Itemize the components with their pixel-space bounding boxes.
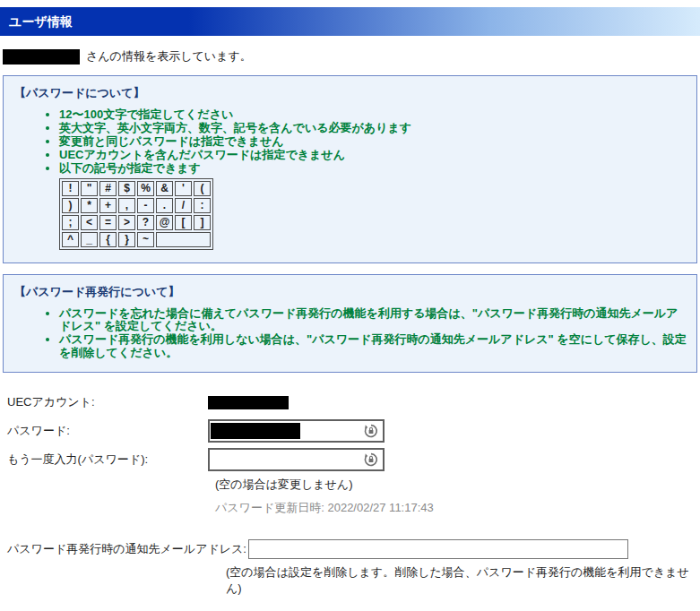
uec-account-row: UECアカウント:: [0, 394, 700, 410]
user-info-form: UECアカウント: パスワード: もう一度入力(パスワード):: [0, 394, 700, 611]
symbol-cell: {: [99, 232, 117, 247]
password-reissue-list: パスワードを忘れた場合に備えてパスワード再発行の機能を利用する場合は、"パスワー…: [13, 307, 687, 360]
redacted-password-value: [211, 423, 300, 439]
symbol-cell: =: [99, 215, 117, 230]
intro-text: さんの情報を表示しています。: [86, 48, 252, 65]
symbol-cell: %: [137, 181, 154, 196]
bullet-item: 英大文字、英小文字両方、数字、記号を含んでいる必要があります: [59, 122, 687, 135]
symbol-cell: /: [175, 198, 192, 213]
password-rules-list: 12〜100文字で指定してください英大文字、英小文字両方、数字、記号を含んでいる…: [13, 108, 687, 176]
symbol-cell: !: [62, 181, 79, 196]
uec-account-label: UECアカウント:: [0, 394, 208, 410]
bullet-item: UECアカウントを含んだパスワードは指定できません: [59, 149, 687, 162]
page-title-bar: ユーザ情報: [0, 7, 700, 36]
symbol-cell: @: [156, 215, 173, 230]
bullet-item: 以下の記号が指定できます: [59, 162, 687, 176]
allowed-symbols-table: !"#$%&'()*+,-./:;<=>?@[]^_{}~: [59, 178, 213, 250]
symbol-cell: :: [194, 198, 211, 213]
password-confirm-row: もう一度入力(パスワード):: [0, 448, 700, 471]
password-confirm-input[interactable]: [208, 448, 385, 471]
symbol-cell: #: [99, 181, 117, 196]
password-label: パスワード:: [0, 423, 208, 439]
reissue-email-note: (空の場合は設定を削除します。削除した場合、パスワード再発行の機能を利用できませ…: [226, 564, 700, 597]
symbol-cell: ;: [62, 215, 79, 230]
symbol-cell: *: [81, 198, 98, 213]
symbol-cell: [156, 232, 211, 247]
symbol-cell: [: [175, 215, 192, 230]
symbol-cell: }: [118, 232, 135, 247]
symbol-cell: +: [99, 198, 117, 213]
redacted-user-name: [3, 49, 80, 65]
user-info-page: ユーザ情報 さんの情報を表示しています。 【パスワードについて】 12〜100文…: [0, 7, 700, 611]
symbol-cell: ": [81, 181, 98, 196]
page-title: ユーザ情報: [9, 14, 73, 29]
symbol-cell: (: [194, 181, 211, 196]
password-confirm-field-wrap: [208, 448, 385, 471]
symbol-cell: -: [137, 198, 154, 213]
password-updated-at: パスワード更新日時: 2022/02/27 11:17:43: [215, 500, 700, 516]
password-reissue-box: 【パスワード再発行について】 パスワードを忘れた場合に備えてパスワード再発行の機…: [3, 274, 697, 374]
symbol-cell: ?: [137, 215, 154, 230]
empty-password-note: (空の場合は変更しません): [215, 477, 700, 493]
password-manager-icon[interactable]: [364, 452, 378, 467]
symbol-cell: ^: [62, 232, 79, 247]
password-row: パスワード:: [0, 419, 700, 443]
bullet-item: パスワードを忘れた場合に備えてパスワード再発行の機能を利用する場合は、"パスワー…: [59, 307, 687, 333]
password-reissue-heading: 【パスワード再発行について】: [14, 284, 687, 300]
bullet-item: 12〜100文字で指定してください: [59, 108, 687, 122]
reissue-email-label: パスワード再発行時の通知先メールアドレス:: [0, 541, 246, 557]
password-field-wrap: [208, 419, 385, 443]
symbol-cell: ': [175, 181, 192, 196]
symbol-cell: $: [118, 181, 135, 196]
symbol-cell: >: [118, 215, 135, 230]
symbol-cell: &: [156, 181, 173, 196]
bullet-item: パスワード再発行の機能を利用しない場合は、"パスワード再発行時の通知先メールアド…: [59, 333, 687, 359]
symbol-cell: ,: [118, 198, 135, 213]
symbol-table-row: ;<=>?@[]: [62, 215, 211, 230]
reissue-email-row: パスワード再発行時の通知先メールアドレス:: [0, 539, 700, 559]
symbol-cell: ~: [137, 232, 154, 247]
symbol-cell: ): [62, 198, 79, 213]
symbol-table-row: ^_{}~: [62, 232, 211, 247]
password-manager-icon[interactable]: [364, 424, 378, 438]
password-rules-box: 【パスワードについて】 12〜100文字で指定してください英大文字、英小文字両方…: [3, 75, 697, 263]
symbol-cell: <: [81, 215, 98, 230]
redacted-uec-account: [208, 396, 289, 409]
password-confirm-label: もう一度入力(パスワード):: [0, 452, 208, 468]
bullet-item: 変更前と同じパスワードは指定できません: [59, 135, 687, 149]
symbol-table-row: !"#$%&'(: [62, 181, 211, 196]
symbol-cell: _: [81, 232, 98, 247]
password-rules-heading: 【パスワードについて】: [14, 85, 687, 101]
symbol-cell: ]: [194, 215, 211, 230]
symbol-cell: .: [156, 198, 173, 213]
intro-line: さんの情報を表示しています。: [3, 48, 700, 65]
reissue-email-input[interactable]: [248, 539, 628, 559]
symbol-table-row: )*+,-./:: [62, 198, 211, 213]
